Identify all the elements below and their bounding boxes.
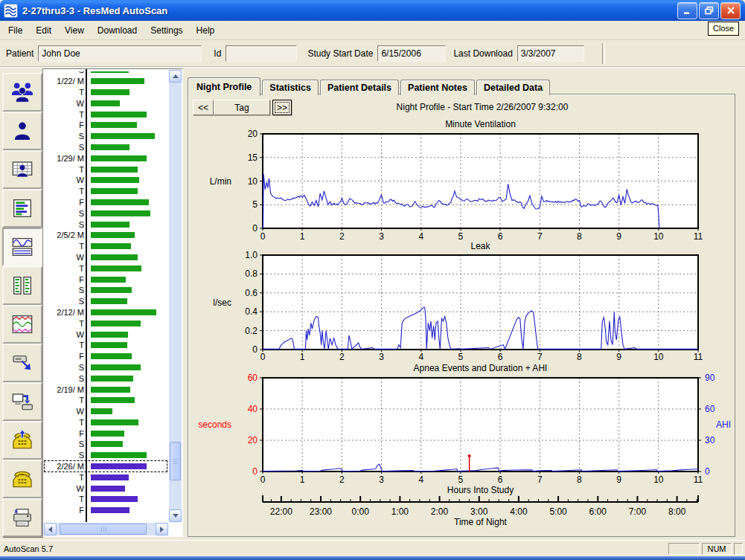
usage-row[interactable]: S	[44, 142, 168, 153]
svg-text:AHI: AHI	[716, 419, 731, 430]
usage-row[interactable]: T	[44, 186, 168, 197]
usage-row[interactable]: T	[44, 318, 168, 329]
usage-row[interactable]: S	[44, 362, 168, 373]
usage-row-label: W	[44, 253, 86, 262]
usage-row[interactable]: W	[44, 252, 168, 263]
usage-row[interactable]: T	[44, 109, 168, 120]
usage-row[interactable]: F	[44, 197, 168, 208]
usage-row[interactable]: 2/19/ M	[44, 384, 168, 395]
menu-item-download[interactable]: Download	[91, 22, 144, 39]
usage-row[interactable]: S	[44, 450, 168, 461]
tab-night-profile[interactable]: Night Profile	[188, 77, 260, 96]
patient-info-bar: Patient Id Study Start Date Last Downloa…	[0, 40, 745, 67]
scroll-left-button[interactable]	[44, 523, 57, 535]
usage-row[interactable]: T	[44, 241, 168, 252]
usage-row[interactable]: S	[44, 439, 168, 450]
usage-bar	[91, 232, 135, 238]
usage-row[interactable]: T	[44, 417, 168, 428]
statistics-button[interactable]	[2, 266, 42, 305]
usage-row-label: T	[44, 165, 86, 174]
vertical-scrollbar[interactable]	[169, 70, 182, 522]
usage-row[interactable]: S	[44, 296, 168, 307]
study-start-date-field[interactable]	[377, 45, 446, 62]
usage-row[interactable]: T	[44, 472, 168, 483]
svg-text:1:00: 1:00	[391, 506, 409, 517]
scroll-up-button[interactable]	[169, 70, 182, 83]
menu-item-view[interactable]: View	[58, 22, 91, 39]
tab-statistics[interactable]: Statistics	[262, 80, 319, 95]
horizontal-scroll-thumb[interactable]	[60, 524, 147, 535]
close-button[interactable]	[720, 2, 741, 19]
minimize-button[interactable]	[677, 2, 697, 19]
night-profile-button[interactable]	[2, 228, 42, 266]
patient-button[interactable]	[2, 112, 42, 150]
usage-row[interactable]: F	[44, 120, 168, 131]
usage-row[interactable]: W	[44, 175, 168, 186]
usage-row[interactable]: F	[44, 351, 168, 362]
usage-row[interactable]: T	[44, 494, 168, 505]
usage-row[interactable]: S	[44, 285, 168, 296]
tab-patient-notes[interactable]: Patient Notes	[400, 80, 475, 95]
modem-upload-button[interactable]	[2, 421, 42, 460]
download-data-button[interactable]	[2, 344, 42, 382]
usage-row[interactable]: S	[44, 131, 168, 142]
menu-item-file[interactable]: File	[1, 22, 29, 39]
report-button[interactable]	[2, 189, 42, 228]
usage-row[interactable]: 1/22/ M	[44, 76, 168, 87]
last-download-field[interactable]	[517, 45, 584, 62]
usage-bar	[91, 144, 130, 150]
usage-bar-track	[86, 76, 168, 87]
usage-row[interactable]: W	[44, 406, 168, 417]
menu-bar: FileEditViewDownloadSettingsHelp	[0, 21, 745, 40]
patient-name-field[interactable]	[38, 45, 202, 62]
usage-bar-track	[86, 340, 168, 351]
usage-row-selected[interactable]: 2/26/ M	[44, 461, 168, 472]
usage-bar-track	[86, 230, 168, 241]
menu-item-help[interactable]: Help	[190, 22, 222, 39]
patient-record-button[interactable]	[2, 150, 42, 189]
usage-row[interactable]: 1/29/ M	[44, 152, 168, 164]
svg-text:4:00: 4:00	[510, 506, 528, 517]
usage-row[interactable]: T	[44, 395, 168, 406]
restore-button[interactable]	[699, 2, 719, 19]
transfer-button[interactable]	[2, 382, 42, 421]
usage-row[interactable]: F	[44, 274, 168, 285]
usage-row[interactable]: F	[44, 428, 168, 439]
usage-row[interactable]: W	[44, 97, 168, 109]
usage-row[interactable]: 2/12/ M	[44, 307, 168, 318]
scroll-down-button[interactable]	[169, 509, 182, 522]
status-cell-empty	[668, 543, 700, 555]
usage-bar	[91, 441, 123, 447]
usage-row[interactable]: W	[44, 329, 168, 340]
usage-row-label: T	[44, 418, 86, 427]
vertical-scroll-thumb[interactable]	[170, 442, 181, 480]
usage-row[interactable]: S	[44, 219, 168, 230]
menu-item-settings[interactable]: Settings	[144, 22, 189, 39]
svg-text:0.2: 0.2	[245, 326, 258, 336]
patient-id-field[interactable]	[226, 45, 297, 62]
usage-bar-track	[86, 207, 168, 219]
usage-row[interactable]: S	[44, 373, 168, 384]
scroll-right-button[interactable]	[156, 523, 168, 535]
svg-text:7: 7	[537, 352, 543, 362]
modem-button[interactable]	[2, 460, 42, 498]
usage-row-label: S	[44, 220, 86, 229]
usage-row[interactable]: F	[44, 505, 168, 516]
usage-row[interactable]: T	[44, 87, 168, 98]
detailed-data-button[interactable]	[2, 305, 42, 344]
usage-row[interactable]: S	[44, 207, 168, 219]
menu-item-edit[interactable]: Edit	[29, 22, 58, 39]
tab-patient-details[interactable]: Patient Details	[320, 80, 399, 95]
usage-row[interactable]: W	[44, 483, 168, 494]
horizontal-scrollbar[interactable]	[44, 523, 168, 535]
svg-text:1: 1	[300, 474, 305, 485]
usage-row[interactable]: 2/5/2 M	[44, 230, 168, 241]
usage-row[interactable]: T	[44, 340, 168, 351]
usage-row[interactable]: T	[44, 263, 168, 274]
usage-bar-track	[86, 252, 168, 263]
print-button[interactable]	[2, 498, 42, 537]
study-start-date-label: Study Start Date	[307, 48, 373, 59]
patients-list-button[interactable]	[2, 73, 42, 112]
tab-detailed-data[interactable]: Detailed Data	[476, 80, 550, 95]
usage-row[interactable]: T	[44, 164, 168, 175]
